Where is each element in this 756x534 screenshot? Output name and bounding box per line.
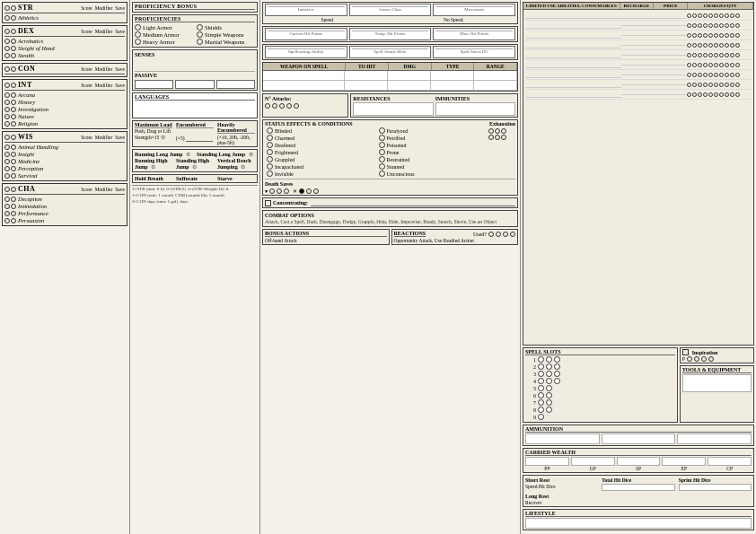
religion-c2[interactable] — [11, 121, 16, 127]
b3-4[interactable] — [703, 33, 708, 38]
used-c1[interactable] — [488, 232, 494, 237]
consumable-recharge-5[interactable] — [621, 55, 654, 56]
weapon-name-2[interactable] — [263, 81, 345, 90]
consumable-recharge-9[interactable] — [621, 94, 654, 95]
sleight-c1[interactable] — [4, 46, 10, 51]
b2-7[interactable] — [719, 23, 724, 28]
b1-10[interactable] — [735, 13, 740, 18]
b6-7[interactable] — [719, 63, 724, 67]
s5-c1[interactable] — [538, 385, 544, 391]
temp-hp-field[interactable]: Temp. Hit Points — [349, 28, 432, 40]
s1-c3[interactable] — [554, 356, 560, 363]
s4-c3[interactable] — [554, 378, 560, 384]
consumable-price-3[interactable] — [654, 35, 686, 36]
b9-3[interactable] — [698, 92, 702, 97]
attack-c5[interactable] — [294, 103, 299, 109]
b4-2[interactable] — [692, 43, 697, 48]
inspiration-checkbox[interactable] — [682, 349, 689, 355]
b3-9[interactable] — [730, 33, 734, 38]
nature-c2[interactable] — [11, 114, 16, 119]
b9-1[interactable] — [687, 92, 691, 97]
exhaustion-c2[interactable] — [495, 128, 500, 134]
ah-c1[interactable] — [4, 144, 10, 150]
exhaustion-c1[interactable] — [488, 128, 494, 134]
s3-c2[interactable] — [546, 371, 552, 377]
ah-c2[interactable] — [11, 144, 16, 150]
athletics-circle-1[interactable] — [4, 15, 10, 21]
medicine-c2[interactable] — [11, 159, 16, 164]
p-c4[interactable] — [708, 356, 714, 362]
history-c2[interactable] — [11, 100, 16, 105]
int-c2[interactable] — [11, 83, 16, 88]
b7-1[interactable] — [687, 73, 691, 77]
ammo-field-2[interactable] — [602, 433, 676, 444]
gp-field[interactable] — [571, 457, 615, 466]
consumable-price-5[interactable] — [654, 55, 686, 56]
consumable-price-7[interactable] — [654, 74, 686, 75]
deception-c2[interactable] — [11, 197, 16, 202]
b6-2[interactable] — [692, 63, 697, 67]
grappled-radio[interactable] — [267, 156, 273, 162]
b4-10[interactable] — [735, 43, 740, 48]
consumable-name-1[interactable] — [525, 12, 621, 19]
consumable-price-6[interactable] — [654, 65, 686, 66]
insight-c2[interactable] — [11, 152, 16, 157]
b5-5[interactable] — [708, 53, 713, 57]
attack-c4[interactable] — [286, 103, 292, 109]
medicine-c1[interactable] — [4, 159, 10, 164]
b6-4[interactable] — [703, 63, 708, 67]
int-c1[interactable] — [4, 83, 10, 88]
stunned-radio[interactable] — [379, 163, 385, 170]
b6-6[interactable] — [714, 63, 718, 67]
b3-10[interactable] — [735, 33, 740, 38]
consumable-recharge-1[interactable] — [621, 12, 654, 19]
b6-9[interactable] — [730, 63, 734, 67]
b6-10[interactable] — [735, 63, 740, 67]
ammo-field-1[interactable] — [525, 433, 600, 444]
b5-10[interactable] — [735, 53, 740, 57]
s5-c2[interactable] — [546, 385, 552, 391]
survival-c1[interactable] — [4, 173, 10, 179]
b7-3[interactable] — [698, 73, 702, 77]
initiative-field[interactable]: Initiative — [265, 4, 347, 16]
frightened-radio[interactable] — [267, 149, 273, 155]
investigation-c2[interactable] — [11, 107, 16, 112]
s4-c2[interactable] — [546, 378, 552, 384]
b1-2[interactable] — [692, 13, 697, 18]
consumable-price-9[interactable] — [654, 94, 686, 95]
b3-6[interactable] — [714, 33, 718, 38]
insight-c1[interactable] — [4, 152, 10, 157]
s9-c1[interactable] — [538, 414, 544, 420]
b9-10[interactable] — [735, 92, 740, 97]
b2-9[interactable] — [730, 23, 734, 28]
arcana-c1[interactable] — [4, 92, 10, 98]
b7-10[interactable] — [735, 73, 740, 77]
b6-5[interactable] — [708, 63, 713, 67]
tools-content[interactable] — [682, 374, 752, 392]
str-circle-2[interactable] — [11, 5, 16, 11]
b9-7[interactable] — [719, 92, 724, 97]
s7-c1[interactable] — [538, 399, 544, 406]
consumable-price-2[interactable] — [654, 25, 686, 26]
attack-c1[interactable] — [265, 103, 270, 109]
consumable-recharge-7[interactable] — [621, 74, 654, 75]
consumable-recharge-2[interactable] — [621, 25, 654, 26]
ds-f3[interactable] — [313, 188, 319, 194]
concentrating-checkbox[interactable] — [265, 200, 271, 206]
b8-7[interactable] — [719, 83, 724, 87]
enc-input[interactable] — [186, 135, 213, 142]
b4-9[interactable] — [730, 43, 734, 48]
con-c2[interactable] — [11, 66, 16, 72]
p-c1[interactable] — [687, 356, 692, 362]
b5-9[interactable] — [730, 53, 734, 57]
b9-2[interactable] — [692, 92, 697, 97]
shields-radio[interactable] — [197, 24, 203, 31]
cha-c1[interactable] — [4, 187, 10, 192]
paralyzed-radio[interactable] — [379, 127, 385, 134]
spell-save-field[interactable]: Spell Saves DC — [433, 46, 515, 58]
concentrating-input[interactable] — [311, 199, 515, 206]
athletics-circle-2[interactable] — [11, 15, 16, 21]
consumable-recharge-4[interactable] — [621, 45, 654, 46]
dex-circle-2[interactable] — [11, 29, 16, 34]
consumable-name-6[interactable] — [525, 61, 621, 68]
